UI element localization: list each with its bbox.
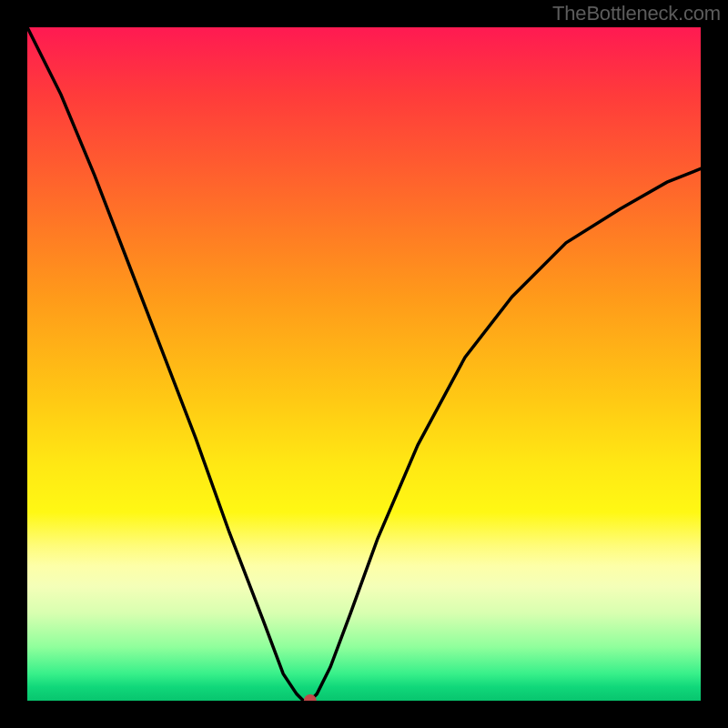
bottleneck-curve [27,27,701,701]
plot-area [27,27,701,701]
chart-frame: TheBottleneck.com [0,0,728,728]
chart-svg [27,27,701,701]
watermark-label: TheBottleneck.com [552,2,721,25]
